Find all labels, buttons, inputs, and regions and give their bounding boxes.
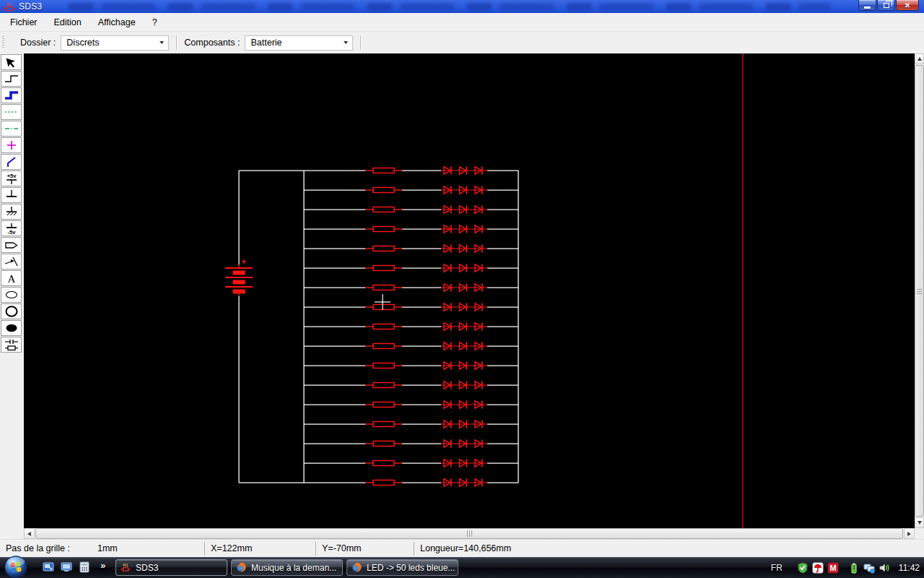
language-indicator[interactable]: FR (771, 563, 783, 573)
taskbar: » R1SDS3Musique à la deman...LED -> 50 l… (0, 557, 924, 578)
bottom-scroll-strip (0, 528, 924, 539)
svg-text:A: A (7, 273, 15, 285)
minimize-icon (864, 7, 871, 9)
show-desktop-button[interactable] (60, 561, 73, 574)
quick-launch-area (42, 561, 91, 574)
close-icon: ✕ (905, 1, 910, 9)
restore-icon (884, 3, 889, 8)
taskbar-button-sds3[interactable]: R1SDS3 (116, 559, 227, 576)
tool-ground[interactable] (1, 187, 22, 203)
schematic-drawing (24, 53, 915, 528)
switch-windows-button[interactable] (42, 561, 55, 574)
toolbar-grip[interactable] (2, 36, 4, 49)
menu-affichage[interactable]: Affichage (92, 14, 142, 30)
minus5v-icon: -5v (4, 222, 19, 235)
switch-windows-icon (43, 561, 54, 573)
network-icon[interactable] (863, 562, 875, 574)
start-button[interactable] (4, 555, 28, 578)
security-shield-icon[interactable] (797, 562, 808, 574)
thumb-grip-icon (917, 289, 922, 294)
toolbar-separator (360, 35, 361, 50)
menu-aide[interactable]: ? (146, 14, 164, 30)
tool-wire-thick[interactable] (1, 87, 22, 103)
grid-step-label: Pas de la grille : (6, 543, 70, 553)
tool-ellipse[interactable] (1, 287, 22, 303)
status-separator (414, 542, 414, 556)
right-arrow-icon (907, 532, 911, 536)
horizontal-scrollbar[interactable] (24, 528, 915, 539)
component-icon (4, 338, 19, 351)
tool-circle[interactable] (1, 303, 22, 319)
horizontal-scroll-thumb[interactable] (35, 528, 903, 539)
scroll-left-button[interactable] (24, 528, 35, 539)
svg-text:R1: R1 (6, 2, 12, 7)
toolbar: Dossier : Discrets Composants : Batterie (0, 32, 924, 53)
menu-fichier[interactable]: Fichier (4, 14, 44, 30)
taskbar-button-label: SDS3 (136, 563, 158, 573)
sds3-app-icon: R1 (121, 562, 131, 573)
m-app-icon[interactable]: M (827, 562, 839, 574)
dossier-select[interactable]: Discrets (61, 35, 169, 51)
scroll-corner-left (0, 528, 24, 539)
tool-earth-ground[interactable] (1, 204, 22, 220)
clock[interactable]: 11:42 (899, 563, 920, 573)
scroll-up-button[interactable] (915, 53, 924, 64)
vertical-scrollbar[interactable] (915, 53, 924, 528)
dotted-line-icon (4, 105, 19, 118)
tool-dotted-line[interactable] (1, 104, 22, 120)
taskbar-buttons: R1SDS3Musique à la deman...LED -> 50 led… (116, 559, 458, 576)
firefox-icon (236, 562, 247, 573)
tool-palette: +5v-5vA (0, 53, 24, 528)
dashdot-line-icon (4, 122, 19, 135)
ground-icon (4, 189, 19, 202)
scroll-right-button[interactable] (904, 528, 915, 539)
titlebar-ghost-text (69, 3, 830, 10)
wire-step-icon (4, 72, 19, 85)
schematic-canvas[interactable] (24, 53, 915, 528)
tool-component[interactable] (1, 337, 22, 353)
taskbar-button-led[interactable]: LED -> 50 leds bleue... (346, 559, 458, 576)
cross-icon (4, 139, 19, 152)
minimize-button[interactable] (858, 0, 876, 11)
vertical-scroll-thumb[interactable] (915, 65, 924, 517)
tool-select[interactable] (1, 54, 22, 70)
battery-icon[interactable] (848, 562, 860, 574)
volume-icon[interactable] (879, 562, 890, 574)
tool-power-minus5v[interactable]: -5v (1, 220, 22, 236)
scroll-down-button[interactable] (915, 517, 924, 528)
menu-edition[interactable]: Edition (48, 14, 88, 30)
thumb-grip-icon (467, 530, 472, 537)
composants-label: Composants : (184, 38, 240, 48)
diagonal-line-icon (4, 155, 19, 168)
calculator-icon (79, 561, 90, 573)
toolbar-separator (176, 35, 177, 50)
tool-dashdot-line[interactable] (1, 121, 22, 137)
tool-power-plus5v[interactable]: +5v (1, 171, 22, 186)
tool-junction-cross[interactable] (1, 137, 22, 153)
dropdown-caret-icon (344, 41, 348, 44)
port-arrow-icon (4, 255, 19, 268)
down-arrow-icon (918, 521, 922, 525)
length-value: Longueur=140,656mm (420, 543, 511, 553)
quicklaunch-overflow-chevron[interactable]: » (100, 560, 105, 571)
ellipse-icon (4, 288, 19, 301)
wire-step-thick-icon (4, 89, 19, 102)
avira-antivirus-icon[interactable] (812, 562, 824, 574)
calculator-button[interactable] (78, 561, 91, 574)
taskbar-button-musique[interactable]: Musique à la deman... (231, 559, 343, 576)
tool-wire-thin[interactable] (1, 71, 22, 87)
composants-select[interactable]: Batterie (245, 35, 353, 51)
svg-text:R1: R1 (123, 563, 128, 567)
tool-net-label[interactable] (1, 237, 22, 253)
restore-button[interactable] (877, 0, 895, 11)
left-arrow-icon (27, 532, 31, 536)
tool-text[interactable]: A (1, 270, 22, 286)
show-desktop-icon (61, 561, 72, 573)
tool-port-arrow[interactable] (1, 254, 22, 269)
close-button[interactable]: ✕ (896, 0, 919, 11)
tool-ellipse-filled[interactable] (1, 320, 22, 336)
app-window: R1 SDS3 ✕ Fichier Edition Affichage ? Do… (0, 0, 924, 578)
tool-diagonal-wire[interactable] (1, 154, 22, 170)
titlebar: R1 SDS3 ✕ (0, 0, 924, 13)
menubar: Fichier Edition Affichage ? (0, 13, 924, 32)
